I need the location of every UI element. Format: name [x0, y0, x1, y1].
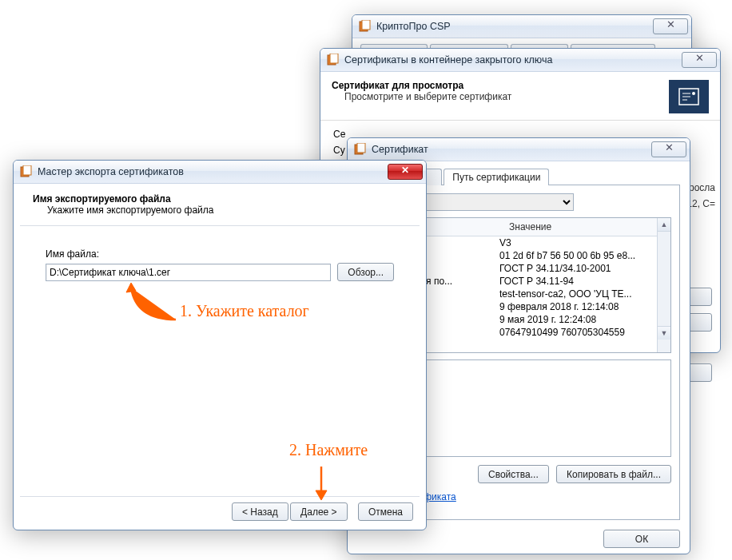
titlebar-cert: Сертификат ✕ — [348, 138, 690, 161]
app-icon — [354, 143, 367, 156]
app-icon — [327, 54, 340, 66]
svg-rect-3 — [330, 54, 338, 63]
window-title: КриптоПро CSP — [376, 21, 653, 32]
back-button[interactable]: < Назад — [232, 502, 288, 521]
scrollbar-vertical[interactable]: ▲ ▼ — [657, 218, 670, 352]
window-title: Сертификаты в контейнере закрытого ключа — [344, 54, 682, 66]
app-icon — [20, 165, 33, 178]
titlebar-wizard: Мастер экспорта сертификатов ✕ — [14, 161, 426, 184]
cancel-button[interactable]: Отмена — [358, 502, 413, 521]
titlebar-csp: КриптоПро CSP ✕ — [352, 15, 691, 38]
app-icon — [359, 20, 372, 33]
wizard-header: Имя экспортируемого файла — [33, 193, 407, 205]
svg-rect-9 — [23, 165, 31, 175]
svg-rect-7 — [357, 143, 365, 153]
svg-rect-1 — [362, 20, 370, 30]
browse-button[interactable]: Обзор... — [337, 263, 394, 281]
close-icon[interactable]: ✕ — [388, 164, 423, 180]
row-label: Се — [333, 129, 345, 140]
scroll-up-icon[interactable]: ▲ — [658, 218, 670, 232]
col-value: Значение — [504, 218, 657, 236]
close-icon[interactable]: ✕ — [653, 18, 688, 34]
row-label: Су — [333, 145, 345, 156]
tab-cert-path[interactable]: Путь сертификации — [444, 169, 549, 185]
titlebar-container: Сертификаты в контейнере закрытого ключа… — [320, 49, 720, 72]
window-export-wizard: Мастер экспорта сертификатов ✕ Имя экспо… — [13, 160, 427, 530]
cert-graphic-icon — [669, 80, 709, 113]
copy-to-file-button[interactable]: Копировать в файл... — [556, 465, 671, 483]
wizard-subtitle: Укажите имя экспортируемого файла — [33, 205, 407, 216]
close-icon[interactable]: ✕ — [651, 141, 686, 157]
container-subtitle: Просмотрите и выберите сертификат — [332, 91, 669, 102]
file-label: Имя файла: — [46, 248, 394, 260]
scroll-down-icon[interactable]: ▼ — [658, 326, 670, 340]
properties-button[interactable]: Свойства... — [478, 465, 549, 483]
svg-point-5 — [692, 92, 695, 95]
close-icon[interactable]: ✕ — [682, 52, 717, 68]
next-button[interactable]: Далее > — [290, 502, 348, 521]
window-title: Мастер экспорта сертификатов — [38, 166, 388, 177]
container-header: Сертификат для просмотра — [332, 80, 669, 91]
window-title: Сертификат — [372, 144, 651, 155]
file-path-input[interactable] — [46, 264, 331, 281]
ok-button[interactable]: ОК — [603, 530, 680, 548]
